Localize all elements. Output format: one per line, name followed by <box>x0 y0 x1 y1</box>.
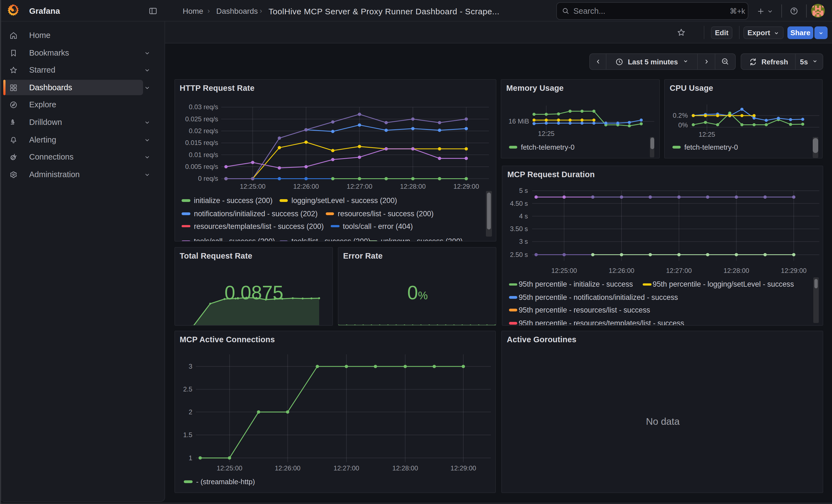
svg-text:4.50 s: 4.50 s <box>510 200 528 207</box>
svg-text:4 s: 4 s <box>519 212 528 219</box>
svg-text:12:25:00: 12:25:00 <box>216 464 242 472</box>
svg-text:0.015 req/s: 0.015 req/s <box>185 139 218 146</box>
svg-text:12:28:00: 12:28:00 <box>400 182 425 190</box>
svg-text:0.005 req/s: 0.005 req/s <box>185 163 218 170</box>
svg-text:12:25: 12:25 <box>538 130 554 137</box>
svg-text:12:28:00: 12:28:00 <box>392 464 418 472</box>
svg-text:2: 2 <box>188 408 192 416</box>
svg-text:1: 1 <box>188 454 192 461</box>
svg-text:0.02 req/s: 0.02 req/s <box>188 127 218 134</box>
svg-text:3.50 s: 3.50 s <box>510 225 528 232</box>
svg-text:12:29:00: 12:29:00 <box>453 182 479 190</box>
svg-text:0.01 req/s: 0.01 req/s <box>188 151 218 158</box>
svg-text:12:27:00: 12:27:00 <box>333 464 359 472</box>
svg-text:12:26:00: 12:26:00 <box>275 464 300 472</box>
svg-text:0 req/s: 0 req/s <box>198 175 218 182</box>
svg-text:1.5: 1.5 <box>183 431 192 438</box>
svg-text:0.025 req/s: 0.025 req/s <box>185 115 218 123</box>
svg-text:3: 3 <box>188 362 192 370</box>
svg-text:12:29:00: 12:29:00 <box>450 464 476 472</box>
svg-text:2.5: 2.5 <box>183 385 192 393</box>
svg-text:16 MiB: 16 MiB <box>509 117 529 125</box>
svg-text:2.50 s: 2.50 s <box>510 250 528 258</box>
svg-text:0.03 req/s: 0.03 req/s <box>188 103 218 110</box>
svg-text:12:26:00: 12:26:00 <box>608 267 634 274</box>
svg-text:12:25: 12:25 <box>699 130 715 138</box>
svg-text:12:29:00: 12:29:00 <box>781 267 806 274</box>
svg-text:12:28:00: 12:28:00 <box>724 267 749 274</box>
svg-text:0.2%: 0.2% <box>673 111 688 119</box>
svg-text:12:26:00: 12:26:00 <box>293 182 319 190</box>
svg-text:12:25:00: 12:25:00 <box>240 182 265 190</box>
svg-text:12:25:00: 12:25:00 <box>551 267 577 274</box>
svg-text:12:27:00: 12:27:00 <box>666 267 692 274</box>
svg-text:0%: 0% <box>678 121 688 129</box>
svg-text:5 s: 5 s <box>519 187 528 194</box>
svg-text:3 s: 3 s <box>519 237 528 245</box>
svg-text:12:27:00: 12:27:00 <box>346 182 372 190</box>
